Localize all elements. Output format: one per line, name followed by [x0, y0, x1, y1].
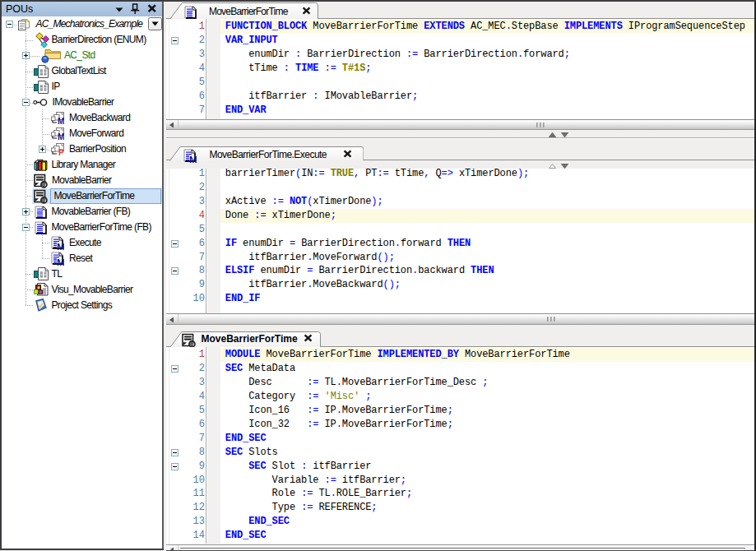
svg-text:M: M	[57, 257, 64, 266]
svg-text:M: M	[189, 154, 197, 162]
svg-text:M: M	[58, 132, 64, 141]
svg-text:M: M	[57, 242, 64, 250]
svg-text:P: P	[58, 148, 64, 156]
svg-text:M: M	[58, 117, 64, 125]
